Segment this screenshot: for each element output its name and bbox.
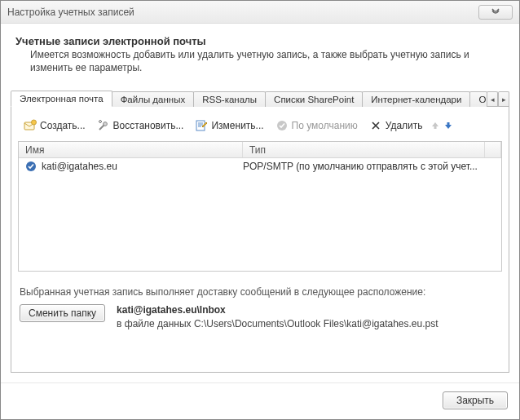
- repair-button[interactable]: Восстановить...: [93, 117, 188, 135]
- account-settings-dialog: Настройка учетных записей Учетные записи…: [0, 0, 520, 420]
- heading-title: Учетные записи электронной почты: [15, 35, 505, 47]
- button-label: Создать...: [40, 120, 86, 131]
- chevron-right-icon: ▸: [502, 95, 506, 104]
- window-title: Настройка учетных записей: [7, 7, 478, 18]
- move-down-button[interactable]: [443, 121, 453, 130]
- button-label: Удалить: [386, 120, 423, 131]
- tab-scroll-arrows: ◂ ▸: [487, 90, 509, 106]
- new-mail-icon: [24, 119, 37, 132]
- table-body: kati@igatahes.eu POP/SMTP (по умолчанию …: [19, 158, 501, 271]
- tab-label: Электронная почта: [20, 94, 104, 104]
- tab-rss[interactable]: RSS-каналы: [193, 91, 266, 107]
- move-up-button[interactable]: [430, 121, 440, 130]
- content-area: Учетные записи электронной почты Имеется…: [1, 24, 519, 382]
- button-label: Восстановить...: [113, 120, 184, 131]
- column-header-name[interactable]: Имя: [19, 142, 243, 157]
- tab-email[interactable]: Электронная почта: [11, 91, 112, 107]
- svg-point-2: [103, 122, 107, 126]
- delivery-info: kati@igatahes.eu\Inbox в файле данных C:…: [117, 304, 438, 329]
- close-button[interactable]: Закрыть: [443, 391, 508, 409]
- svg-point-1: [32, 120, 37, 125]
- tab-sharepoint[interactable]: Списки SharePoint: [265, 91, 363, 107]
- set-default-button[interactable]: По умолчанию: [271, 117, 362, 135]
- tab-panel-email: Создать... Восстановить...: [11, 107, 509, 373]
- heading-block: Учетные записи электронной почты Имеется…: [11, 32, 509, 89]
- toolbar: Создать... Восстановить...: [18, 113, 502, 141]
- tab-scroll-right[interactable]: ▸: [498, 91, 509, 106]
- create-button[interactable]: Создать...: [20, 117, 90, 135]
- chevron-left-icon: ◂: [491, 95, 495, 104]
- window-close-button[interactable]: [478, 5, 513, 20]
- delete-button[interactable]: Удалить: [365, 117, 427, 135]
- close-icon: [491, 8, 500, 16]
- tab-scroll-left[interactable]: ◂: [487, 91, 498, 106]
- tab-label: Файлы данных: [121, 95, 186, 104]
- tab-internet-calendars[interactable]: Интернет-календари: [362, 91, 470, 107]
- tab-label: Интернет-календари: [371, 95, 461, 104]
- edit-button[interactable]: Изменить...: [191, 117, 267, 135]
- delivery-location: kati@igatahes.eu\Inbox: [117, 304, 438, 316]
- arrow-down-icon: [444, 122, 452, 130]
- check-circle-icon: [275, 119, 289, 132]
- delivery-row: Сменить папку kati@igatahes.eu\Inbox в ф…: [18, 304, 502, 329]
- button-label: Изменить...: [211, 120, 263, 131]
- titlebar: Настройка учетных записей: [1, 1, 519, 24]
- table-header: Имя Тип: [19, 142, 501, 158]
- default-account-icon: [25, 161, 37, 172]
- delivery-intro: Выбранная учетная запись выполняет доста…: [18, 286, 502, 298]
- change-folder-button[interactable]: Сменить папку: [20, 304, 105, 322]
- tab-strip: Электронная почта Файлы данных RSS-канал…: [11, 89, 509, 107]
- edit-icon: [195, 119, 208, 132]
- delivery-file-path: в файле данных C:\Users\Documents\Outloo…: [117, 318, 438, 329]
- dialog-footer: Закрыть: [1, 382, 519, 419]
- tab-data-files[interactable]: Файлы данных: [112, 91, 195, 107]
- tab-label: Списки SharePoint: [274, 95, 354, 104]
- button-label: По умолчанию: [292, 120, 358, 131]
- account-name: kati@igatahes.eu: [42, 161, 117, 172]
- tools-icon: [97, 119, 110, 132]
- table-row[interactable]: kati@igatahes.eu POP/SMTP (по умолчанию …: [19, 158, 501, 175]
- x-icon: [369, 119, 382, 132]
- column-header-type[interactable]: Тип: [243, 142, 485, 157]
- cell-type: POP/SMTP (по умолчанию отправлять с этой…: [243, 161, 496, 172]
- tab-label: RSS-каналы: [202, 95, 257, 104]
- heading-description: Имеется возможность добавить или удалить…: [15, 49, 505, 74]
- tab-published-calendars[interactable]: Опубликованные календари: [469, 91, 487, 107]
- column-header-spacer: [485, 142, 501, 157]
- cell-name: kati@igatahes.eu: [24, 161, 243, 172]
- arrow-up-icon: [431, 122, 439, 130]
- accounts-table: Имя Тип kati@igatahes: [18, 141, 502, 272]
